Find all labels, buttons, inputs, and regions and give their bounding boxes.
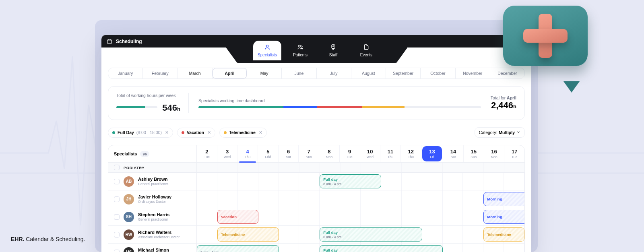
day-column-14[interactable]: 14Sut <box>443 145 464 162</box>
slot-cell[interactable] <box>258 173 279 190</box>
month-july[interactable]: July <box>317 68 351 78</box>
specialist-checkbox[interactable] <box>114 232 120 238</box>
event-fullday[interactable]: Full day8 am - 4 pm <box>320 174 381 188</box>
slot-cell[interactable] <box>340 190 361 208</box>
slot-cell[interactable] <box>463 208 483 225</box>
day-column-12[interactable]: 12Thu <box>401 145 421 162</box>
month-september[interactable]: September <box>386 68 421 78</box>
month-march[interactable]: March <box>178 68 213 78</box>
slot-cell[interactable] <box>258 208 279 225</box>
slot-cell[interactable] <box>299 226 320 243</box>
month-january[interactable]: January <box>108 68 143 78</box>
slot-cell[interactable] <box>422 226 443 243</box>
slot-cell[interactable] <box>361 208 381 225</box>
slot-cell[interactable] <box>483 173 504 190</box>
filter-chip-telemedicine[interactable]: Telemedicine ✕ <box>219 128 267 138</box>
specialist-checkbox[interactable] <box>114 179 120 184</box>
event-tele[interactable]: Telemedicine <box>217 227 279 242</box>
slot-cell[interactable] <box>238 190 258 208</box>
slot-cell[interactable] <box>217 173 238 190</box>
day-column-3[interactable]: 3Wed <box>217 145 238 162</box>
slot-cell[interactable] <box>504 244 524 252</box>
slot-cell[interactable] <box>443 226 463 243</box>
day-column-9[interactable]: 9Tue <box>340 145 360 162</box>
slot-cell[interactable] <box>402 190 422 208</box>
slot-cell[interactable] <box>422 173 443 190</box>
slot-cell[interactable] <box>197 226 217 243</box>
month-april[interactable]: April <box>213 68 247 78</box>
day-column-6[interactable]: 6Sut <box>279 145 299 162</box>
slot-cell[interactable] <box>197 190 217 208</box>
day-column-5[interactable]: 5Frid <box>258 145 279 162</box>
day-column-8[interactable]: 8Mon <box>319 145 340 162</box>
event-fullday[interactable]: 8 am - 4 pm <box>197 245 279 252</box>
month-october[interactable]: October <box>421 68 455 78</box>
month-may[interactable]: May <box>247 68 282 78</box>
month-june[interactable]: June <box>282 68 316 78</box>
nav-tab-events[interactable]: Events <box>352 41 380 60</box>
slot-cell[interactable] <box>279 173 299 190</box>
slot-cell[interactable] <box>279 244 299 252</box>
slot-cell[interactable] <box>463 190 483 208</box>
slot-cell[interactable] <box>340 208 361 225</box>
specialist-checkbox[interactable] <box>114 196 120 202</box>
event-fullday[interactable]: Full day8 am - 4 pm <box>320 245 442 252</box>
day-column-13[interactable]: 13Fri <box>422 146 443 161</box>
slot-cell[interactable] <box>463 244 483 252</box>
slot-cell[interactable] <box>217 190 238 208</box>
nav-tab-patients[interactable]: Patients <box>286 41 314 60</box>
slot-cell[interactable] <box>463 173 483 190</box>
event-morning[interactable]: Morning <box>483 192 525 206</box>
slot-cell[interactable] <box>443 244 463 252</box>
slot-cell[interactable] <box>279 226 299 243</box>
day-column-2[interactable]: 2Tue <box>197 145 217 162</box>
day-column-16[interactable]: 16Mon <box>484 145 505 162</box>
slot-cell[interactable] <box>361 190 381 208</box>
day-column-7[interactable]: 7Sun <box>299 145 319 162</box>
filter-chip-vacation[interactable]: Vacation ✕ <box>177 128 215 138</box>
slot-cell[interactable] <box>381 173 402 190</box>
slot-cell[interactable] <box>381 190 402 208</box>
slot-cell[interactable] <box>299 244 320 252</box>
slot-cell[interactable] <box>299 190 320 208</box>
event-tele[interactable]: Telemedicine <box>483 227 524 242</box>
slot-cell[interactable] <box>299 173 320 190</box>
day-column-17[interactable]: 17Tue <box>504 145 524 162</box>
filter-chip-full-day[interactable]: Full Day (8:00 - 18:00) ✕ <box>108 128 173 138</box>
slot-cell[interactable] <box>238 173 258 190</box>
slot-cell[interactable] <box>279 190 299 208</box>
slot-cell[interactable] <box>504 173 524 190</box>
category-select[interactable]: Category: Multiply <box>475 127 525 138</box>
slot-cell[interactable] <box>299 208 320 225</box>
slot-cell[interactable] <box>320 208 340 225</box>
event-fullday[interactable]: Full day8 am - 4 pm <box>320 227 422 242</box>
month-november[interactable]: November <box>456 68 490 78</box>
day-column-10[interactable]: 10Wed <box>360 145 381 162</box>
slot-cell[interactable] <box>443 173 463 190</box>
close-icon[interactable]: ✕ <box>164 130 169 135</box>
slot-cell[interactable] <box>197 173 217 190</box>
day-column-15[interactable]: 15Sun <box>464 145 484 162</box>
slot-cell[interactable] <box>320 190 340 208</box>
specialist-checkbox[interactable] <box>114 250 120 252</box>
nav-tab-staff[interactable]: Staff <box>319 41 347 60</box>
month-august[interactable]: August <box>351 68 386 78</box>
slot-cell[interactable] <box>402 208 422 225</box>
nav-tab-specialists[interactable]: Specialists <box>253 41 281 60</box>
slot-cell[interactable] <box>443 190 463 208</box>
slot-cell[interactable] <box>443 208 463 225</box>
event-vacation[interactable]: Vacation <box>217 210 258 224</box>
event-morning[interactable]: Morning <box>483 210 525 224</box>
slot-cell[interactable] <box>463 226 483 243</box>
specialist-checkbox[interactable] <box>114 214 120 220</box>
month-february[interactable]: February <box>143 68 178 78</box>
slot-cell[interactable] <box>258 190 279 208</box>
close-icon[interactable]: ✕ <box>258 130 263 135</box>
slot-cell[interactable] <box>381 208 402 225</box>
slot-cell[interactable] <box>422 208 443 225</box>
slot-cell[interactable] <box>422 190 443 208</box>
slot-cell[interactable] <box>402 173 422 190</box>
group-checkbox[interactable] <box>114 165 120 170</box>
slot-cell[interactable] <box>483 244 504 252</box>
slot-cell[interactable] <box>197 208 217 225</box>
